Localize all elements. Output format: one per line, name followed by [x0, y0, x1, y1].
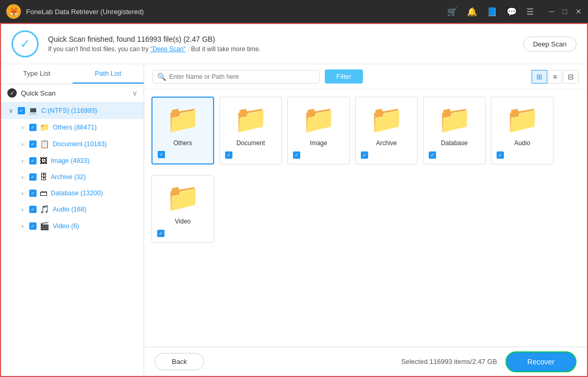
others-card-label: Others: [173, 139, 192, 147]
category-others[interactable]: › 📁 Others (88471): [1, 119, 144, 136]
drive-checkbox[interactable]: [18, 107, 25, 114]
file-card-document[interactable]: 📁 Document: [219, 97, 282, 164]
minimize-button[interactable]: ─: [549, 7, 555, 16]
main-panel: 🔍 Filter ⊞ ≡ ⊟ 📁 Others: [144, 64, 587, 376]
close-button[interactable]: ✕: [575, 7, 582, 16]
audio-icon: 🎵: [40, 205, 50, 214]
others-folder-icon: 📁: [40, 123, 50, 132]
search-input[interactable]: [169, 73, 315, 80]
category-video[interactable]: › 🎬 Video (6): [1, 218, 144, 234]
cart-icon[interactable]: 🛒: [447, 7, 457, 17]
category-audio[interactable]: › 🎵 Audio (168): [1, 201, 144, 218]
deep-scan-link[interactable]: "Deep Scan": [150, 45, 186, 53]
database-folder-icon: 📁: [438, 103, 472, 135]
archive-chevron-icon: ›: [19, 174, 26, 180]
category-image[interactable]: › 🖼 Image (4933): [1, 152, 144, 169]
scan-check-icon: ✓: [7, 88, 17, 98]
list-view-button[interactable]: ≡: [548, 70, 562, 84]
category-archive[interactable]: › 🗄 Archive (32): [1, 169, 144, 185]
sub-msg-prefix: If you can't find lost files, you can tr…: [48, 45, 150, 53]
scan-sub-message: If you can't find lost files, you can tr…: [48, 45, 514, 53]
sub-msg-suffix: . But it will take more time.: [187, 45, 261, 53]
scan-type-label: Quick Scan: [21, 89, 128, 97]
title-bar: 🦊 FoneLab Data Retriever (Unregistered) …: [0, 0, 588, 23]
archive-card-checkbox[interactable]: [361, 151, 368, 159]
others-folder-icon: 📁: [166, 103, 200, 135]
database-checkbox[interactable]: [29, 190, 37, 197]
top-icons: 🛒 🔔 📘 💬 ☰: [447, 7, 534, 17]
database-icon: 🗃: [40, 188, 48, 197]
search-box: 🔍: [152, 70, 320, 84]
file-card-database[interactable]: 📁 Database: [423, 97, 486, 164]
audio-checkbox[interactable]: [29, 206, 37, 213]
video-card-checkbox[interactable]: [157, 230, 164, 237]
drive-icon: 💻: [28, 106, 38, 115]
others-checkbox[interactable]: [29, 124, 37, 131]
category-database[interactable]: › 🗃 Database (13200): [1, 185, 144, 201]
tab-bar: Type List Path List: [1, 64, 144, 84]
chat-icon[interactable]: 💬: [507, 7, 517, 17]
document-checkbox[interactable]: [29, 140, 37, 148]
drive-label: C:(NTFS) (116993): [41, 107, 97, 114]
image-chevron-icon: ›: [19, 158, 26, 164]
check-circle-icon: ✓: [11, 30, 39, 57]
image-card-checkbox[interactable]: [293, 151, 300, 159]
maximize-button[interactable]: □: [563, 7, 567, 16]
document-card-label: Document: [237, 139, 265, 147]
file-card-others[interactable]: 📁 Others: [151, 97, 214, 164]
image-checkbox[interactable]: [29, 157, 37, 164]
image-icon: 🖼: [40, 156, 48, 165]
others-chevron-icon: ›: [19, 124, 26, 131]
archive-checkbox[interactable]: [29, 173, 37, 181]
window-controls: ─ □ ✕: [549, 7, 582, 16]
back-button[interactable]: Back: [155, 353, 204, 370]
recover-button[interactable]: Recover: [505, 351, 577, 372]
grid-view-button[interactable]: ⊞: [532, 70, 547, 84]
archive-label: Archive (32): [51, 173, 86, 181]
menu-icon[interactable]: ☰: [526, 7, 534, 17]
main-window: ✓ Quick Scan finished, found 116993 file…: [0, 23, 588, 377]
file-grid: 📁 Others 📁 Document 📁 Image: [144, 89, 587, 347]
category-document[interactable]: › 📋 Document (10183): [1, 136, 144, 152]
document-icon: 📋: [40, 139, 50, 149]
document-chevron-icon: ›: [19, 141, 26, 147]
audio-card-checkbox[interactable]: [497, 151, 504, 159]
content-area: Type List Path List ✓ Quick Scan ∨ ∨ 💻 C…: [1, 64, 587, 376]
footer: Back Selected 116993 items/2.47 GB Recov…: [144, 347, 587, 376]
search-icon: 🔍: [157, 73, 166, 81]
database-chevron-icon: ›: [19, 190, 26, 196]
archive-card-label: Archive: [376, 139, 397, 147]
video-folder-icon: 📁: [166, 182, 200, 214]
scan-result-message: Quick Scan finished, found 116993 file(s…: [48, 35, 514, 43]
file-card-video[interactable]: 📁 Video: [151, 175, 214, 243]
file-card-archive[interactable]: 📁 Archive: [355, 97, 418, 164]
file-card-audio[interactable]: 📁 Audio: [491, 97, 554, 164]
database-card-checkbox[interactable]: [429, 151, 436, 159]
detail-view-button[interactable]: ⊟: [563, 70, 579, 84]
document-card-checkbox[interactable]: [225, 151, 232, 159]
scan-chevron-icon[interactable]: ∨: [132, 89, 137, 97]
archive-folder-icon: 📁: [370, 103, 404, 135]
others-card-checkbox[interactable]: [158, 151, 165, 158]
video-checkbox[interactable]: [29, 222, 37, 230]
audio-card-label: Audio: [514, 139, 531, 147]
audio-folder-icon: 📁: [505, 103, 539, 135]
archive-icon: 🗄: [40, 172, 48, 181]
status-text: Selected 116993 items/2.47 GB: [204, 358, 497, 366]
document-label: Document (10183): [53, 140, 107, 148]
drive-item-c[interactable]: ∨ 💻 C:(NTFS) (116993): [1, 102, 144, 119]
app-title: FoneLab Data Retriever (Unregistered): [26, 8, 442, 16]
deep-scan-button[interactable]: Deep Scan: [523, 37, 577, 52]
video-icon: 🎬: [40, 221, 50, 231]
document-folder-icon: 📁: [234, 103, 268, 135]
notification-icon[interactable]: 🔔: [467, 7, 477, 17]
image-card-label: Image: [310, 139, 327, 147]
header-text: Quick Scan finished, found 116993 file(s…: [48, 35, 514, 53]
book-icon[interactable]: 📘: [487, 7, 497, 17]
view-toggle-buttons: ⊞ ≡ ⊟: [532, 70, 579, 84]
tab-path-list[interactable]: Path List: [73, 64, 144, 84]
file-card-image[interactable]: 📁 Image: [287, 97, 350, 164]
filter-button[interactable]: Filter: [325, 69, 363, 84]
image-label: Image (4933): [51, 157, 89, 164]
tab-type-list[interactable]: Type List: [1, 64, 73, 84]
